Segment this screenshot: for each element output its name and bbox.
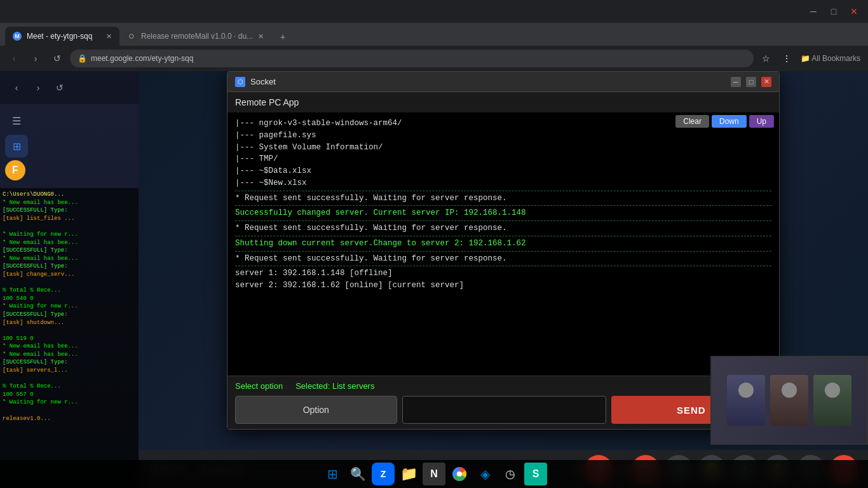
feed-line-9: [SUCCESSFULL] Type: xyxy=(3,262,136,271)
separator-6 xyxy=(235,266,771,266)
address-bar[interactable]: 🔒 meet.google.com/ety-ytgn-sqq xyxy=(70,50,754,67)
select-row: Select option Selected: List servers xyxy=(235,381,771,391)
chrome-icon[interactable] xyxy=(448,463,471,485)
window-close-btn[interactable]: ✕ xyxy=(845,3,863,20)
feed-line-10: [task] change_serv... xyxy=(3,271,136,279)
toolbar-right: ☆ ⋮ 📁 All Bookmarks xyxy=(757,50,863,67)
content-area: ‹ › ↺ ☰ ⊞ F C:\Users\DUONG0... * New ema… xyxy=(0,71,868,488)
feed-line-17 xyxy=(3,327,136,335)
term-line-9: Shutting down current server.Change to s… xyxy=(235,238,771,250)
feed-line-5: * Waiting for new r... xyxy=(3,231,136,239)
window-minimize-btn[interactable]: ─ xyxy=(804,3,822,20)
separator-5 xyxy=(235,251,771,252)
term-line-4: |--- ~$Data.xlsx xyxy=(235,165,771,177)
feed-line-6: * New email has bee... xyxy=(3,239,136,247)
meet-sidebar: ‹ › ↺ ☰ ⊞ F C:\Users\DUONG0... * New ema… xyxy=(0,71,139,488)
zalo-icon[interactable]: Z xyxy=(372,463,395,485)
feed-line-20: * New email has bee... xyxy=(3,351,136,359)
meet-nav: ☰ ⊞ F xyxy=(0,104,139,188)
meet-header: ‹ › ↺ xyxy=(0,71,139,104)
feed-line-23 xyxy=(3,375,136,383)
feed-line-4 xyxy=(3,222,136,231)
sidebar-avatar[interactable]: F xyxy=(5,160,25,180)
start-btn[interactable]: ⊞ xyxy=(321,463,344,485)
separator-1 xyxy=(235,191,771,191)
feed-line-16: [task] shutdown... xyxy=(3,319,136,327)
separator-4 xyxy=(235,236,771,236)
separator-3 xyxy=(235,220,771,221)
sidebar-refresh-btn[interactable]: ↺ xyxy=(51,79,69,97)
tab-github-close[interactable]: ✕ xyxy=(258,32,264,41)
back-btn[interactable]: ‹ xyxy=(5,50,23,67)
terminal-output[interactable]: Clear Down Up |--- ngrok-v3-stable-windo… xyxy=(227,112,779,376)
sidebar-forward-btn[interactable]: › xyxy=(29,79,47,97)
search-btn[interactable]: 🔍 xyxy=(346,463,369,485)
term-line-11: server 1: 392.168.1.148 [offline] xyxy=(235,268,771,280)
person-2 xyxy=(770,375,808,426)
dialog-minimize-btn[interactable]: ─ xyxy=(731,77,741,87)
forward-btn[interactable]: › xyxy=(27,50,44,67)
up-btn[interactable]: Up xyxy=(749,115,774,128)
dialog-header-bar: Remote PC App xyxy=(227,92,779,112)
sidebar-back-btn[interactable]: ‹ xyxy=(8,79,25,97)
meet-nav-buttons: ‹ › ↺ xyxy=(8,79,69,97)
feed-line-26: * Waiting for new r... xyxy=(3,398,136,407)
feed-line-24: % Total % Rece... xyxy=(3,383,136,391)
term-line-10: * Request sent successfully. Waiting for… xyxy=(235,253,771,265)
file-explorer-icon[interactable]: 📁 xyxy=(397,463,420,485)
vscode-icon[interactable]: ◈ xyxy=(473,463,496,485)
notion-icon[interactable]: N xyxy=(423,463,445,485)
selected-value-label: Selected: List servers xyxy=(295,381,374,391)
refresh-btn[interactable]: ↺ xyxy=(48,50,66,67)
window-maximize-btn[interactable]: □ xyxy=(825,3,843,20)
sidebar-menu-btn[interactable]: ☰ xyxy=(5,109,28,132)
feed-line-22: [task] servers_l... xyxy=(3,367,136,375)
chrome-browser: ─ □ ✕ M Meet - ety-ytgn-sqq ✕ ⬡ Release … xyxy=(0,0,868,488)
tab-meet-close[interactable]: ✕ xyxy=(106,32,112,41)
tab-github-label: Release remoteMail v1.0.0 · du... xyxy=(141,32,253,41)
feed-line-0: C:\Users\DUONG0... xyxy=(3,191,136,199)
video-people-container xyxy=(712,357,867,444)
term-line-8: * Request sent successfully. Waiting for… xyxy=(235,222,771,234)
action-row: Option SEND xyxy=(235,396,771,424)
clear-btn[interactable]: Clear xyxy=(675,115,709,128)
person-3 xyxy=(813,375,851,426)
meet-favicon: M xyxy=(13,32,22,41)
extensions-btn[interactable]: ⋮ xyxy=(778,50,796,67)
dialog-controls: ─ □ ✕ xyxy=(731,77,771,87)
feed-line-7: [SUCCESSFULL] Type: xyxy=(3,247,136,255)
new-tab-btn[interactable]: + xyxy=(274,28,292,46)
svg-point-2 xyxy=(457,471,462,477)
dialog-title: Socket xyxy=(250,77,731,86)
clock-icon[interactable]: ◷ xyxy=(499,463,522,485)
term-line-2: |--- System Volume Information/ xyxy=(235,142,771,154)
down-btn[interactable]: Down xyxy=(712,115,747,128)
app-s-icon[interactable]: S xyxy=(524,463,547,485)
sidebar-grid-btn[interactable]: ⊞ xyxy=(5,135,28,158)
option-button[interactable]: Option xyxy=(235,396,397,424)
dialog-body: Remote PC App Clear Down Up |--- ngro xyxy=(227,92,779,429)
dialog-close-btn[interactable]: ✕ xyxy=(761,77,771,87)
dialog-title-icon: ⬡ xyxy=(235,77,245,87)
feed-line-25: 100 557 0 xyxy=(3,391,136,399)
tab-meet[interactable]: M Meet - ety-ytgn-sqq ✕ xyxy=(5,27,119,46)
feed-line-21: [SUCCESSFULL] Type: xyxy=(3,358,136,367)
chrome-toolbar: ‹ › ↺ 🔒 meet.google.com/ety-ytgn-sqq ☆ ⋮… xyxy=(0,46,868,71)
main-area: ⬡ Socket ─ □ ✕ Remote PC App xyxy=(139,71,868,488)
chrome-titlebar: ─ □ ✕ xyxy=(0,0,868,23)
feed-line-8: * New email has bee... xyxy=(3,255,136,263)
terminal-feed: C:\Users\DUONG0... * New email has bee..… xyxy=(0,188,139,488)
head-3 xyxy=(825,383,840,398)
dialog-window: ⬡ Socket ─ □ ✕ Remote PC App xyxy=(227,71,780,430)
feed-line-15: [SUCCESSFULL] Type: xyxy=(3,311,136,319)
tab-github[interactable]: ⬡ Release remoteMail v1.0.0 · du... ✕ xyxy=(119,27,271,46)
terminal-toolbar: Clear Down Up xyxy=(675,115,774,128)
dialog-maximize-btn[interactable]: □ xyxy=(746,77,756,87)
head-1 xyxy=(738,383,754,398)
chrome-tab-bar: M Meet - ety-ytgn-sqq ✕ ⬡ Release remote… xyxy=(0,23,868,46)
bookmarks-btn[interactable]: ☆ xyxy=(757,50,775,67)
taskbar: ⊞ 🔍 Z 📁 N ◈ ◷ S xyxy=(0,460,868,488)
command-input[interactable] xyxy=(402,396,606,424)
tab-meet-label: Meet - ety-ytgn-sqq xyxy=(27,32,92,41)
feed-line-13: 100 540 0 xyxy=(3,295,136,303)
